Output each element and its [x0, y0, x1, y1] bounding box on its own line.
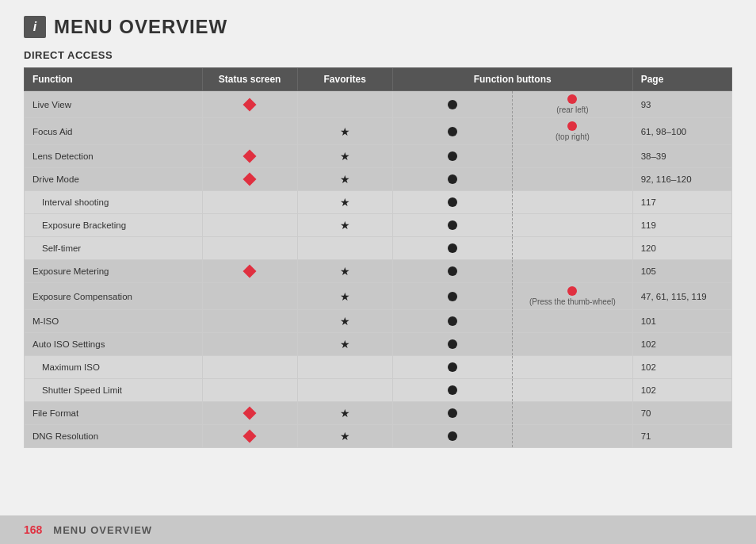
table-row: Maximum ISO102	[25, 356, 732, 379]
diamond-icon	[243, 407, 257, 420]
info-icon: i	[24, 16, 46, 38]
table-row: Exposure Compensation★(Press the thumb-w…	[25, 283, 732, 310]
table-row: Live View(rear left)93	[25, 91, 732, 118]
cell-page: 102	[632, 356, 731, 379]
circle-black-icon	[448, 385, 457, 395]
cell-func-buttons	[392, 356, 632, 379]
table-row: Exposure Bracketing★119	[25, 214, 732, 237]
footer-title: MENU OVERVIEW	[53, 524, 152, 536]
section-title: DIRECT ACCESS	[24, 49, 732, 61]
table-row: DNG Resolution★71	[25, 425, 732, 448]
cell-page: 119	[632, 214, 731, 237]
col-header-func-buttons: Function buttons	[392, 68, 632, 91]
cell-func-buttons	[392, 333, 632, 356]
table-row: Lens Detection★38–39	[25, 145, 732, 168]
cell-favorites: ★	[297, 283, 392, 310]
cell-func-buttons	[392, 168, 632, 191]
cell-function: Shutter Speed Limit	[25, 379, 203, 402]
func-btn-left	[393, 379, 513, 401]
func-btn-right	[513, 402, 632, 424]
cell-status	[202, 402, 297, 425]
func-btn-left	[393, 145, 513, 167]
cell-favorites	[297, 379, 392, 402]
circle-black-icon	[448, 266, 457, 276]
cell-page: 70	[632, 402, 731, 425]
func-btn-right	[513, 310, 632, 332]
cell-function: Live View	[25, 91, 203, 118]
cell-function: Drive Mode	[25, 168, 203, 191]
cell-func-buttons: (Press the thumb-wheel)	[392, 283, 632, 310]
func-btn-left	[393, 191, 513, 213]
star-icon: ★	[340, 407, 350, 419]
diamond-icon	[243, 98, 257, 111]
title-row: i MENU OVERVIEW	[24, 16, 732, 38]
cell-favorites: ★	[297, 168, 392, 191]
cell-function: M-ISO	[25, 310, 203, 333]
cell-func-buttons	[392, 237, 632, 260]
cell-function: File Format	[25, 402, 203, 425]
circle-black-icon	[448, 174, 457, 184]
cell-page: 117	[632, 191, 731, 214]
func-btn-left	[393, 118, 513, 144]
circle-black-icon	[448, 127, 457, 136]
cell-favorites: ★	[297, 333, 392, 356]
diamond-icon	[243, 173, 257, 186]
func-btn-right	[513, 425, 632, 447]
cell-status	[202, 168, 297, 191]
func-btn-left	[393, 91, 513, 117]
func-btn-right	[513, 356, 632, 378]
cell-page: 47, 61, 115, 119	[632, 283, 731, 310]
func-btn-right	[513, 333, 632, 355]
diamond-icon	[243, 265, 257, 278]
col-header-function: Function	[25, 68, 203, 91]
circle-black-icon	[448, 362, 457, 372]
func-btn-left	[393, 356, 513, 378]
cell-func-buttons: (top right)	[392, 118, 632, 145]
cell-func-buttons	[392, 310, 632, 333]
page-content: i MENU OVERVIEW DIRECT ACCESS Function S…	[0, 0, 756, 496]
cell-favorites	[297, 237, 392, 260]
circle-red-icon	[567, 121, 577, 131]
func-btn-right: (rear left)	[513, 91, 632, 117]
func-btn-right	[513, 237, 632, 259]
cell-page: 93	[632, 91, 731, 118]
cell-page: 102	[632, 379, 731, 402]
func-btn-right-label: (rear left)	[556, 105, 589, 114]
func-btn-right-label: (top right)	[556, 132, 590, 141]
table-row: Focus Aid★(top right)61, 98–100	[25, 118, 732, 145]
cell-page: 71	[632, 425, 731, 448]
func-btn-right	[513, 168, 632, 190]
table-row: Shutter Speed Limit102	[25, 379, 732, 402]
cell-func-buttons	[392, 260, 632, 283]
cell-status	[202, 283, 297, 310]
col-header-page: Page	[632, 68, 731, 91]
cell-func-buttons: (rear left)	[392, 91, 632, 118]
cell-func-buttons	[392, 425, 632, 448]
table-row: File Format★70	[25, 402, 732, 425]
cell-function: Lens Detection	[25, 145, 203, 168]
cell-favorites: ★	[297, 425, 392, 448]
func-btn-left	[393, 168, 513, 190]
cell-page: 92, 116–120	[632, 168, 731, 191]
page-title: MENU OVERVIEW	[54, 16, 227, 38]
cell-page: 38–39	[632, 145, 731, 168]
func-btn-left	[393, 310, 513, 332]
cell-func-buttons	[392, 402, 632, 425]
cell-function: Exposure Bracketing	[25, 214, 203, 237]
func-btn-left	[393, 260, 513, 282]
circle-black-icon	[448, 431, 457, 441]
cell-func-buttons	[392, 214, 632, 237]
cell-page: 102	[632, 333, 731, 356]
cell-status	[202, 356, 297, 379]
cell-func-buttons	[392, 191, 632, 214]
func-btn-right	[513, 214, 632, 236]
star-icon: ★	[340, 430, 350, 442]
table-row: Exposure Metering★105	[25, 260, 732, 283]
func-btn-right	[513, 145, 632, 167]
func-btn-right	[513, 260, 632, 282]
table-row: Auto ISO Settings★102	[25, 333, 732, 356]
circle-black-icon	[448, 220, 457, 230]
col-header-favorites: Favorites	[297, 68, 392, 91]
cell-status	[202, 145, 297, 168]
func-btn-left	[393, 425, 513, 447]
